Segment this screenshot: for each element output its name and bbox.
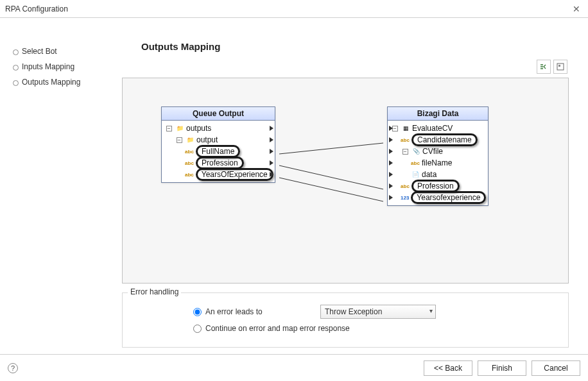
tree-row-label: data — [422, 170, 437, 179]
main: Outputs Mapping Queue Output −📁outputs−📁… — [116, 18, 588, 354]
tree-row[interactable]: 123Yearsofexperience — [390, 192, 485, 203]
sidebar-item-label: Select Bot — [22, 47, 57, 56]
map-layout-button[interactable] — [537, 60, 551, 74]
sidebar-item-select-bot[interactable]: Select Bot — [13, 44, 109, 59]
sidebar-item-outputs-mapping[interactable]: Outputs Mapping — [13, 74, 109, 90]
page-title: Outputs Mapping — [141, 41, 569, 52]
tree-row[interactable]: 📄data — [390, 169, 485, 180]
radio-label: An error leads to — [205, 307, 263, 316]
tree-row-label: Profession — [411, 180, 460, 192]
svg-line-4 — [279, 178, 383, 201]
queue-output-panel[interactable]: Queue Output −📁outputs−📁outputabcFullNam… — [161, 106, 275, 183]
error-action-select[interactable]: Throw Exception ▾ — [320, 305, 436, 319]
error-legend: Error handling — [128, 287, 181, 296]
svg-line-3 — [279, 165, 383, 189]
tree-row[interactable]: abcFullName — [164, 146, 272, 157]
error-leads-to-radio[interactable]: An error leads to — [193, 307, 315, 316]
tree-row-label: Candidatename — [411, 133, 478, 146]
tree-row-label: EvaluateCV — [412, 124, 453, 133]
panel-header: Bizagi Data — [388, 107, 488, 121]
bizagi-data-panel[interactable]: Bizagi Data −▦EvaluateCVabcCandidatename… — [387, 106, 489, 206]
error-handling-section: Error handling An error leads to Throw E… — [122, 292, 569, 348]
panel-header: Queue Output — [162, 107, 275, 121]
tree-row-label: Yearsofexperience — [411, 191, 486, 204]
tree-row[interactable]: abcYearsOfExperience — [164, 169, 272, 180]
tree-row[interactable]: −📎CVfile — [390, 146, 485, 157]
select-value: Throw Exception — [325, 307, 382, 316]
canvas-toolbar — [122, 60, 567, 74]
tree-row[interactable]: abcProfession — [390, 180, 485, 192]
sidebar-item-inputs-mapping[interactable]: Inputs Mapping — [13, 59, 109, 74]
mapping-canvas[interactable]: Queue Output −📁outputs−📁outputabcFullNam… — [122, 78, 569, 284]
chevron-down-icon: ▾ — [429, 307, 433, 314]
tree-row[interactable]: abcProfession — [164, 157, 272, 169]
tree-row-label: outputs — [186, 124, 211, 133]
tree-row-label: output — [196, 135, 218, 144]
sidebar-item-label: Inputs Mapping — [22, 62, 74, 71]
help-icon[interactable]: ? — [8, 363, 18, 373]
titlebar: RPA Configuration ✕ — [0, 0, 588, 18]
finish-button[interactable]: Finish — [478, 360, 526, 376]
window-title: RPA Configuration — [5, 4, 68, 13]
tree-row[interactable]: −▦EvaluateCV — [390, 123, 485, 134]
content: Select Bot Inputs Mapping Outputs Mappin… — [0, 18, 588, 354]
tree-row-label: YearsOfExperience — [196, 168, 273, 181]
svg-line-2 — [279, 143, 383, 154]
tree-row[interactable]: abcCandidatename — [390, 134, 485, 146]
wizard-sidebar: Select Bot Inputs Mapping Outputs Mappin… — [0, 18, 116, 354]
tree-row-label: Profession — [196, 157, 244, 169]
tree-row-label: FullName — [196, 145, 240, 158]
footer: ? << Back Finish Cancel — [0, 354, 588, 381]
svg-rect-1 — [558, 65, 560, 67]
tree-row-label: CVfile — [422, 147, 443, 156]
sidebar-item-label: Outputs Mapping — [22, 78, 80, 87]
continue-on-error-radio[interactable]: Continue on error and map error response — [193, 324, 350, 333]
tree-row[interactable]: −📁output — [164, 134, 272, 146]
radio-label: Continue on error and map error response — [205, 324, 350, 333]
view-button[interactable] — [553, 60, 567, 74]
tree-row[interactable]: abcfileName — [390, 157, 485, 169]
back-button[interactable]: << Back — [424, 360, 472, 376]
tree-row[interactable]: −📁outputs — [164, 123, 272, 134]
cancel-button[interactable]: Cancel — [532, 360, 580, 376]
close-icon[interactable]: ✕ — [570, 4, 583, 14]
tree-row-label: fileName — [422, 158, 452, 167]
